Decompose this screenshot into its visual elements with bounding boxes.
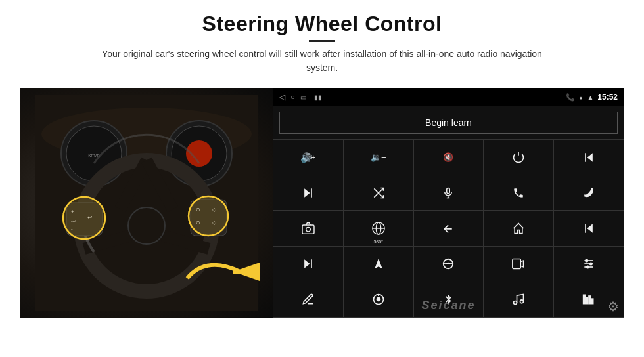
signal-bars: ▮▮ — [314, 94, 322, 101]
title-section: Steering Wheel Control Your original car… — [85, 12, 559, 83]
begin-learn-row: Begin learn — [273, 106, 624, 139]
svg-point-41 — [590, 263, 592, 265]
status-bar: ◁ ○ ▭ ▮▮ 📞 ⬧ ▲ 15:52 — [273, 88, 624, 106]
home-nav-icon[interactable]: ○ — [290, 93, 295, 101]
page-title: Steering Wheel Control — [85, 12, 559, 36]
vol-down-button[interactable]: 🔉− — [344, 140, 413, 175]
svg-point-42 — [587, 266, 589, 268]
svg-rect-29 — [302, 225, 314, 234]
mute-button[interactable]: 🔇 — [414, 140, 484, 175]
status-right: 📞 ⬧ ▲ 15:52 — [566, 93, 618, 102]
svg-point-30 — [306, 227, 311, 232]
svg-point-25 — [189, 196, 228, 236]
title-divider — [309, 40, 335, 42]
svg-rect-48 — [584, 295, 586, 304]
svg-rect-28 — [447, 188, 450, 193]
power-button[interactable] — [484, 140, 553, 175]
svg-point-24 — [63, 197, 105, 239]
hangup-button[interactable] — [554, 175, 624, 210]
svg-point-13 — [128, 207, 165, 244]
mixer-button[interactable] — [554, 247, 624, 282]
svg-point-47 — [520, 300, 524, 303]
clock: 15:52 — [597, 93, 618, 102]
svg-point-46 — [514, 301, 517, 304]
sw-background: km/h — [20, 88, 273, 318]
eq-button[interactable] — [414, 247, 484, 282]
bluetooth-button[interactable] — [414, 282, 484, 317]
back-button[interactable] — [414, 211, 484, 245]
wifi-icon: ▲ — [587, 94, 593, 101]
record-button[interactable] — [484, 247, 553, 282]
location-icon: ⬧ — [579, 94, 583, 101]
camera-button[interactable] — [273, 211, 343, 245]
pen-button[interactable] — [273, 282, 343, 317]
recent-nav-icon[interactable]: ▭ — [300, 94, 306, 101]
svg-rect-51 — [591, 299, 593, 304]
back-nav-icon[interactable]: ◁ — [279, 93, 285, 102]
phone-button[interactable] — [484, 175, 553, 210]
svg-rect-36 — [513, 259, 521, 269]
svg-rect-50 — [589, 296, 591, 304]
phone-status-icon: 📞 — [566, 93, 575, 102]
next-button[interactable] — [273, 175, 343, 210]
control-panel: ◁ ○ ▭ ▮▮ 📞 ⬧ ▲ 15:52 Begin learn — [273, 88, 624, 318]
status-left: ◁ ○ ▭ ▮▮ — [279, 93, 322, 102]
svg-point-44 — [377, 298, 380, 301]
vol-up-button[interactable]: 🔊 🔊+ — [273, 140, 343, 175]
content-row: km/h — [20, 88, 624, 318]
gear-icon[interactable]: ⚙ — [607, 299, 619, 314]
skip-back-button[interactable] — [554, 211, 624, 245]
mic-button[interactable] — [414, 175, 484, 210]
shuffle-button[interactable] — [344, 175, 413, 210]
skip-fwd-button[interactable] — [273, 247, 343, 282]
music-button[interactable] — [484, 282, 553, 317]
view360-button[interactable]: 360° — [344, 211, 413, 245]
prev-track-button[interactable] — [554, 140, 624, 175]
home-button[interactable] — [484, 211, 553, 245]
begin-learn-button[interactable]: Begin learn — [279, 112, 618, 134]
svg-point-40 — [586, 260, 587, 262]
navigate-button[interactable] — [344, 247, 413, 282]
yellow-arrow — [181, 259, 260, 298]
svg-rect-49 — [586, 298, 588, 304]
knob-button[interactable] — [344, 282, 413, 317]
page-container: Steering Wheel Control Your original car… — [0, 0, 644, 357]
controls-grid: 🔊 🔊+ 🔉− 🔇 — [273, 139, 624, 318]
subtitle: Your original car's steering wheel contr… — [85, 47, 559, 75]
steering-wheel-image: km/h — [20, 88, 273, 318]
